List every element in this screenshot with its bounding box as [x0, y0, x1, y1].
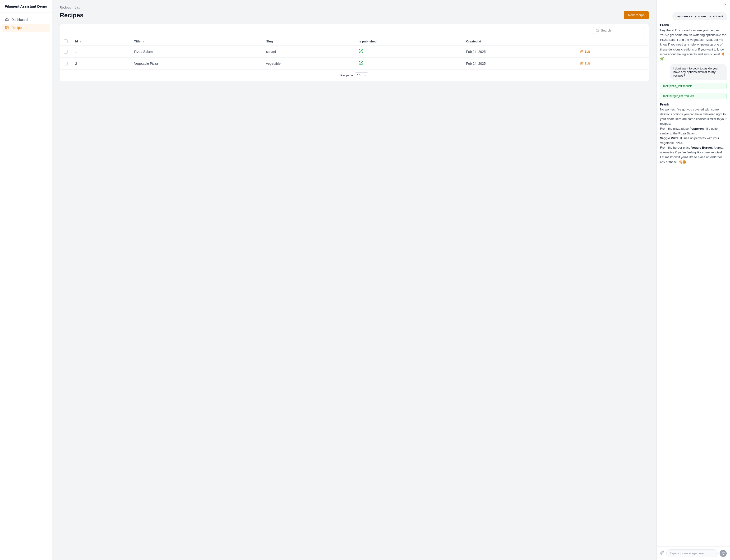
col-title[interactable]: Title ∨ [130, 37, 262, 46]
row-checkbox-cell [60, 58, 71, 69]
sidebar-nav: Dashboard Recipes [0, 13, 52, 35]
send-icon [721, 552, 725, 555]
assistant-text: No worries, I've got you covered with so… [660, 107, 727, 165]
col-created: Created at [462, 37, 576, 46]
user-message: hey frank can you see my recipes? [672, 12, 727, 20]
table-toolbar [60, 24, 649, 37]
search-input[interactable] [601, 29, 642, 32]
recipes-table-card: Id ∨ Title ∨ Slug Is published [60, 24, 649, 81]
sidebar-recipes-label: Recipes [11, 26, 23, 30]
assistant-message: FrankNo worries, I've got you covered wi… [660, 102, 727, 165]
select-all-header [60, 37, 71, 46]
per-page-select[interactable]: 10 25 50 100 [355, 72, 368, 78]
row-id: 1 [71, 46, 130, 58]
col-slug: Slug [262, 37, 355, 46]
page-header: Recipes New recipe [60, 11, 649, 19]
published-check-icon [358, 50, 363, 54]
row-checkbox-cell [60, 46, 71, 58]
sidebar-dashboard-label: Dashboard [11, 18, 28, 22]
col-published: Is published [355, 37, 462, 46]
sidebar-item-recipes[interactable]: Recipes [2, 24, 50, 32]
chat-input[interactable] [666, 549, 718, 557]
row-created-at: Feb 24, 2025 [462, 58, 576, 69]
home-icon [5, 18, 9, 22]
col-actions [577, 37, 649, 46]
row-title: Vegetable Pizza [130, 58, 262, 69]
search-icon [596, 29, 599, 32]
chat-input-area [657, 546, 730, 560]
chat-header: × [657, 0, 730, 9]
col-slug-label: Slug [266, 40, 273, 43]
edit-icon [580, 50, 583, 53]
published-check-icon [358, 61, 363, 66]
assistant-message: FrankHey there! Of course I can see your… [660, 23, 727, 61]
chat-send-button[interactable] [720, 550, 727, 557]
per-page-label: Per page [340, 73, 353, 77]
chat-close-button[interactable]: × [724, 2, 727, 7]
chat-panel: × hey frank can you see my recipes?Frank… [657, 0, 730, 560]
search-wrapper [593, 27, 645, 34]
edit-icon [580, 62, 583, 65]
col-title-label: Title [134, 40, 141, 43]
page-title: Recipes [60, 12, 83, 19]
row-checkbox[interactable] [64, 62, 68, 65]
col-id[interactable]: Id ∨ [71, 37, 130, 46]
col-published-label: Is published [358, 40, 377, 43]
select-all-checkbox[interactable] [64, 39, 68, 43]
assistant-name: Frank [660, 102, 727, 106]
col-created-label: Created at [466, 40, 481, 43]
row-published [355, 58, 462, 69]
table-row: 2 Vegetable Pizza vegetable Feb 24, 2025… [60, 58, 649, 69]
sidebar-item-dashboard[interactable]: Dashboard [2, 16, 50, 24]
sort-title-icon: ∨ [142, 40, 144, 43]
breadcrumb-separator: › [72, 6, 73, 9]
table-footer: Per page 10 25 50 100 [60, 69, 649, 81]
new-recipe-button[interactable]: New recipe [624, 11, 649, 19]
breadcrumb: Recipes › List [60, 6, 649, 9]
breadcrumb-current: List [75, 6, 79, 9]
main-content: Recipes › List Recipes New recipe [52, 0, 657, 560]
recipes-icon [5, 26, 9, 30]
row-slug: vegetable [262, 58, 355, 69]
sort-id-icon: ∨ [80, 40, 82, 43]
user-message: i dont want to cook today do you have an… [670, 64, 727, 80]
svg-point-1 [596, 29, 598, 31]
row-title: Pizza Salami [130, 46, 262, 58]
table-row: 1 Pizza Salami salami Feb 24, 2025 Edit [60, 46, 649, 58]
row-actions: Edit [577, 58, 649, 69]
row-created-at: Feb 24, 2025 [462, 46, 576, 58]
row-actions: Edit [577, 46, 649, 58]
sidebar: Filament Assistant Demo Dashboard [0, 0, 52, 560]
col-id-label: Id [75, 40, 78, 43]
row-published [355, 46, 462, 58]
assistant-name: Frank [660, 23, 727, 27]
assistant-text: Hey there! Of course I can see your reci… [660, 28, 727, 61]
table-header-row: Id ∨ Title ∨ Slug Is published [60, 37, 649, 46]
tool-badge: Tool: burger_listProducts [660, 93, 727, 99]
edit-button[interactable]: Edit [580, 62, 590, 65]
tool-badge: Tool: pizza_listProducts [660, 83, 727, 89]
chat-attach-button[interactable] [660, 551, 664, 556]
breadcrumb-parent: Recipes [60, 6, 71, 9]
per-page-wrapper: Per page 10 25 50 100 [340, 72, 368, 78]
app-title: Filament Assistant Demo [5, 4, 47, 8]
sidebar-header: Filament Assistant Demo [0, 0, 52, 13]
recipes-table: Id ∨ Title ∨ Slug Is published [60, 37, 649, 69]
row-checkbox[interactable] [64, 50, 68, 54]
paperclip-icon [660, 551, 664, 555]
edit-button[interactable]: Edit [580, 50, 590, 53]
row-id: 2 [71, 58, 130, 69]
row-slug: salami [262, 46, 355, 58]
chat-messages: hey frank can you see my recipes?FrankHe… [657, 9, 730, 546]
